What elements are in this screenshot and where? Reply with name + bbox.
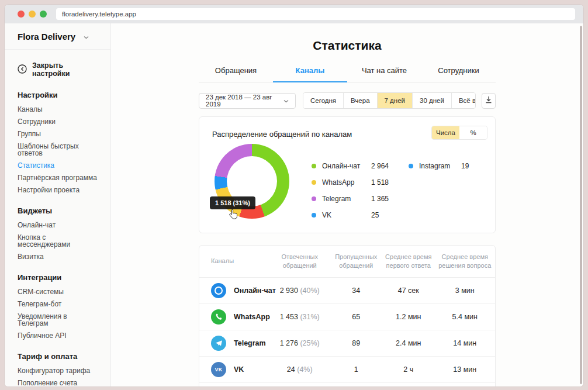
answered-value: 1 276 xyxy=(280,339,298,347)
download-icon xyxy=(485,95,492,106)
sidebar-item-telegram-bot[interactable]: Телеграм-бот xyxy=(18,301,98,308)
channel-name: WhatsApp xyxy=(234,313,270,321)
sidebar-item-crm-systems[interactable]: CRM-системы xyxy=(18,288,98,295)
sidebar-item-telegram-notifications[interactable]: Уведомления в Телеграм xyxy=(18,313,98,327)
resolution-value: 5.4 мин xyxy=(435,313,495,321)
preset-today-button[interactable]: Сегодня xyxy=(303,93,343,108)
tab-requests[interactable]: Обращения xyxy=(199,60,273,82)
table-row-whatsapp[interactable]: WhatsApp 1 453 (31%) 65 1.2 мин 5.4 мин xyxy=(199,304,495,330)
legend-dot-telegram xyxy=(312,196,316,201)
missed-value: 1 xyxy=(330,365,382,374)
sidebar-item-channels[interactable]: Каналы xyxy=(18,106,98,113)
toggle-numbers-button[interactable]: Числа xyxy=(432,126,459,139)
tab-channels[interactable]: Каналы xyxy=(273,60,347,82)
missed-value: 34 xyxy=(330,287,382,295)
date-range-value: 23 дек 2018 — 23 авг 2019 xyxy=(206,94,278,108)
resolution-value: 14 мин xyxy=(435,339,495,347)
table-row-instagram[interactable]: Instagram 19 (3%) 0 0 — xyxy=(199,383,495,386)
statistics-tabs: Обращения Каналы Чат на сайте Сотрудники xyxy=(199,60,496,82)
settings-sidebar: Flora Delivery Закрыть настройки Настрой… xyxy=(5,23,111,386)
telegram-icon xyxy=(211,336,226,351)
legend-label: Telegram xyxy=(322,195,371,203)
scrollbar[interactable] xyxy=(580,26,582,384)
sidebar-item-business-card[interactable]: Визитка xyxy=(18,253,98,260)
table-header-row: Каналы Отвеченных обращений Пропущенных … xyxy=(199,246,495,278)
answered-pct: (31%) xyxy=(300,313,319,321)
missed-value: 89 xyxy=(330,339,382,347)
vk-icon: VK xyxy=(211,362,226,377)
preset-30-days-button[interactable]: 30 дней xyxy=(412,93,451,108)
legend-item-whatsapp: WhatsApp 1 518 xyxy=(312,174,389,191)
col-header-missed: Пропущенных обращений xyxy=(330,253,382,270)
answered-pct: (4%) xyxy=(297,365,312,374)
sidebar-item-messenger-button[interactable]: Кнопка с мессенджерами xyxy=(18,234,98,248)
legend-value: 2 964 xyxy=(371,162,389,170)
first-response-value: 47 сек xyxy=(382,287,435,295)
table-row-online-chat[interactable]: Онлайн-чат 2 930 (40%) 34 47 сек 3 мин xyxy=(199,278,495,304)
sidebar-item-partner-program[interactable]: Партнёрская программа xyxy=(18,174,98,181)
col-header-first-response: Среднее время первого ответа xyxy=(382,253,435,270)
preset-7-days-button[interactable]: 7 дней xyxy=(377,93,412,108)
workspace-switcher[interactable]: Flora Delivery xyxy=(5,23,110,50)
legend-value: 1 365 xyxy=(371,195,389,203)
sidebar-item-top-up-account[interactable]: Пополнение счета xyxy=(18,379,98,386)
section-title-billing: Тариф и оплата xyxy=(18,352,98,361)
answered-pct: (25%) xyxy=(300,339,319,347)
legend-dot-vk xyxy=(312,213,316,218)
browser-chrome: floradelivery.teletype.app xyxy=(5,5,583,23)
col-header-answered: Отвеченных обращений xyxy=(269,253,330,270)
legend-item-telegram: Telegram 1 365 xyxy=(312,191,389,207)
legend-value: 25 xyxy=(371,211,379,219)
whatsapp-icon xyxy=(211,309,226,325)
sidebar-item-tariff-configurator[interactable]: Конфигуратор тарифа xyxy=(18,367,98,374)
legend-item-vk: VK 25 xyxy=(312,207,389,223)
tab-employees[interactable]: Сотрудники xyxy=(421,60,496,82)
url-bar[interactable]: floradelivery.teletype.app xyxy=(56,8,575,20)
page-title: Статистика xyxy=(199,39,496,53)
answered-value: 1 453 xyxy=(280,313,298,321)
table-row-telegram[interactable]: Telegram 1 276 (25%) 89 2.4 мин 14 мин xyxy=(199,330,495,357)
channel-name: Telegram xyxy=(234,339,266,347)
close-window-icon[interactable] xyxy=(18,11,25,18)
table-row-vk[interactable]: VK VK 24 (4%) 1 2 ч 13 мин xyxy=(199,357,495,383)
sidebar-item-statistics[interactable]: Статистика xyxy=(18,162,98,169)
preset-all-time-button[interactable]: Всё время xyxy=(451,93,476,108)
channels-distribution-card: Распределение обращений по каналам Числа… xyxy=(199,116,496,233)
answered-value: 2 930 xyxy=(280,287,298,295)
resolution-value: 13 мин xyxy=(435,365,495,374)
legend-item-online-chat: Онлайн-чат 2 964 xyxy=(312,158,389,174)
legend-value: 1 518 xyxy=(371,178,389,187)
legend-label: VK xyxy=(322,211,371,219)
date-range-select[interactable]: 23 дек 2018 — 23 авг 2019 xyxy=(199,93,296,109)
chevron-down-icon xyxy=(84,31,89,42)
minimize-window-icon[interactable] xyxy=(29,11,36,18)
preset-yesterday-button[interactable]: Вчера xyxy=(343,93,376,108)
chart-tooltip: 1 518 (31%) xyxy=(210,196,255,209)
answered-pct: (40%) xyxy=(300,287,319,295)
sidebar-item-groups[interactable]: Группы xyxy=(18,130,98,137)
chevron-down-icon xyxy=(283,97,289,104)
filter-bar: 23 дек 2018 — 23 авг 2019 Сегодня Вчера … xyxy=(199,92,496,109)
sidebar-item-employees[interactable]: Сотрудники xyxy=(18,118,98,125)
legend-dot-instagram xyxy=(409,164,413,168)
toggle-percent-button[interactable]: % xyxy=(459,126,487,139)
download-report-button[interactable] xyxy=(482,93,496,109)
section-title-settings: Настройки xyxy=(18,91,98,99)
sidebar-item-quick-reply-templates[interactable]: Шаблоны быстрых ответов xyxy=(18,143,98,157)
tab-site-chat[interactable]: Чат на сайте xyxy=(347,60,421,82)
close-settings-button[interactable]: Закрыть настройки xyxy=(18,61,98,78)
hand-cursor-icon xyxy=(229,209,237,222)
legend-label: Instagram xyxy=(419,162,461,170)
col-header-channels: Каналы xyxy=(199,257,269,265)
legend-label: Онлайн-чат xyxy=(322,162,371,170)
chart-legend-column-2: Instagram 19 xyxy=(409,158,469,174)
sidebar-item-public-api[interactable]: Публичное API xyxy=(18,332,98,339)
sidebar-item-project-settings[interactable]: Настройки проекта xyxy=(18,187,98,194)
zoom-window-icon[interactable] xyxy=(40,11,47,18)
workspace-name: Flora Delivery xyxy=(18,32,75,42)
chart-legend-column-1: Онлайн-чат 2 964 WhatsApp 1 518 Telegram… xyxy=(312,158,389,223)
legend-dot-whatsapp xyxy=(312,180,316,185)
online-chat-icon xyxy=(211,283,226,298)
sidebar-item-online-chat[interactable]: Онлайн-чат xyxy=(18,222,98,229)
section-title-integrations: Интеграции xyxy=(18,273,98,282)
